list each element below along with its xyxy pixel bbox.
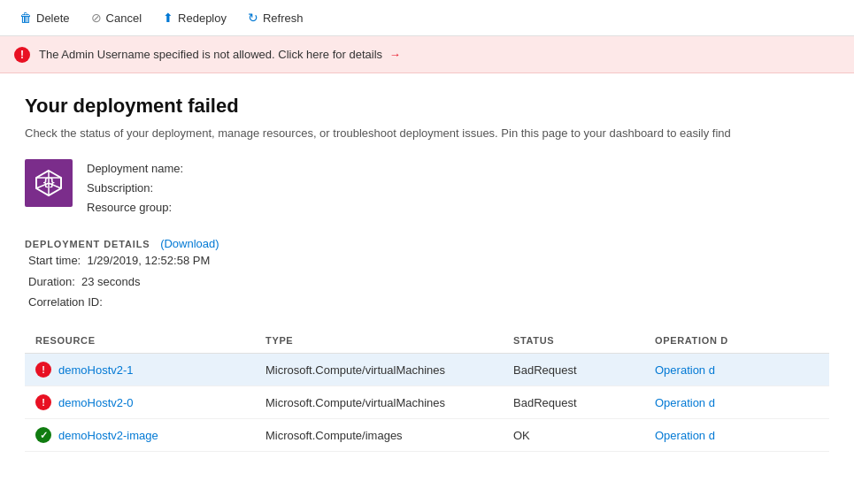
table-row: ! demoHostv2-1 Microsoft.Compute/virtual… (25, 354, 829, 386)
resource-link[interactable]: demoHostv2-0 (58, 396, 134, 409)
row-status-icon: ✓ (35, 427, 51, 443)
download-link[interactable]: (Download) (160, 237, 219, 250)
redeploy-button[interactable]: ⬆ Redeploy (154, 5, 235, 30)
resource-cell: ! demoHostv2-1 (35, 362, 244, 378)
alert-message: The Admin Username specified is not allo… (39, 48, 401, 61)
resource-cell: ✓ demoHostv2-image (35, 427, 244, 443)
resource-table: RESOURCE TYPE STATUS OPERATION D ! demoH… (25, 328, 829, 452)
operation-cell: Operation d (644, 386, 829, 419)
type-cell: Microsoft.Compute/virtualMachines (255, 354, 503, 386)
redeploy-icon: ⬆ (163, 11, 173, 25)
type-cell: Microsoft.Compute/images (255, 419, 503, 452)
delete-icon: 🗑 (19, 11, 32, 25)
deployment-icon: {} (25, 159, 73, 207)
resource-group-row: Resource group: (87, 198, 183, 218)
refresh-button[interactable]: ↻ Refresh (239, 5, 312, 30)
svg-text:{}: {} (42, 177, 55, 189)
subscription-row: Subscription: (87, 179, 183, 198)
alert-banner: ! The Admin Username specified is not al… (0, 36, 854, 73)
start-time-row: Start time: 1/29/2019, 12:52:58 PM (28, 250, 829, 271)
table-header-row: RESOURCE TYPE STATUS OPERATION D (25, 328, 829, 354)
page-description: Check the status of your deployment, man… (25, 126, 829, 140)
deployment-fields: Deployment name: Subscription: Resource … (87, 159, 183, 218)
alert-error-icon: ! (14, 47, 30, 63)
col-header-type: TYPE (255, 328, 503, 354)
operation-link[interactable]: Operation d (655, 396, 715, 409)
deployment-name-row: Deployment name: (87, 159, 183, 179)
row-status-icon: ! (35, 394, 51, 410)
operation-link[interactable]: Operation d (655, 429, 715, 442)
operation-cell: Operation d (644, 419, 829, 452)
correlation-row: Correlation ID: (28, 292, 829, 312)
refresh-icon: ↻ (248, 11, 258, 25)
cancel-icon: ⊘ (91, 11, 102, 25)
row-status-icon: ! (35, 362, 51, 378)
table-row: ✓ demoHostv2-image Microsoft.Compute/ima… (25, 419, 829, 452)
type-cell: Microsoft.Compute/virtualMachines (255, 386, 503, 419)
duration-row: Duration: 23 seconds (28, 271, 829, 292)
page-title: Your deployment failed (25, 95, 829, 118)
status-cell: BadRequest (503, 386, 644, 419)
delete-button[interactable]: 🗑 Delete (11, 5, 79, 30)
resource-link[interactable]: demoHostv2-1 (58, 363, 134, 377)
deployment-details: DEPLOYMENT DETAILS (Download) Start time… (25, 237, 829, 312)
col-header-resource: RESOURCE (25, 328, 255, 354)
details-section-label: DEPLOYMENT DETAILS (25, 239, 150, 249)
alert-arrow[interactable]: → (389, 48, 401, 61)
main-content: Your deployment failed Check the status … (0, 73, 854, 452)
table-row: ! demoHostv2-0 Microsoft.Compute/virtual… (25, 386, 829, 419)
deployment-info: {} Deployment name: Subscription: Resour… (25, 159, 829, 218)
status-cell: BadRequest (503, 354, 644, 386)
resource-cell: ! demoHostv2-0 (35, 394, 244, 410)
cancel-button[interactable]: ⊘ Cancel (82, 5, 150, 30)
status-cell: OK (503, 419, 644, 452)
resource-link[interactable]: demoHostv2-image (58, 429, 158, 442)
cube-icon: {} (35, 169, 63, 197)
operation-link[interactable]: Operation d (655, 363, 715, 377)
toolbar: 🗑 Delete ⊘ Cancel ⬆ Redeploy ↻ Refresh (0, 0, 854, 36)
operation-cell: Operation d (644, 354, 829, 386)
col-header-status: STATUS (503, 328, 644, 354)
col-header-operation: OPERATION D (644, 328, 829, 354)
